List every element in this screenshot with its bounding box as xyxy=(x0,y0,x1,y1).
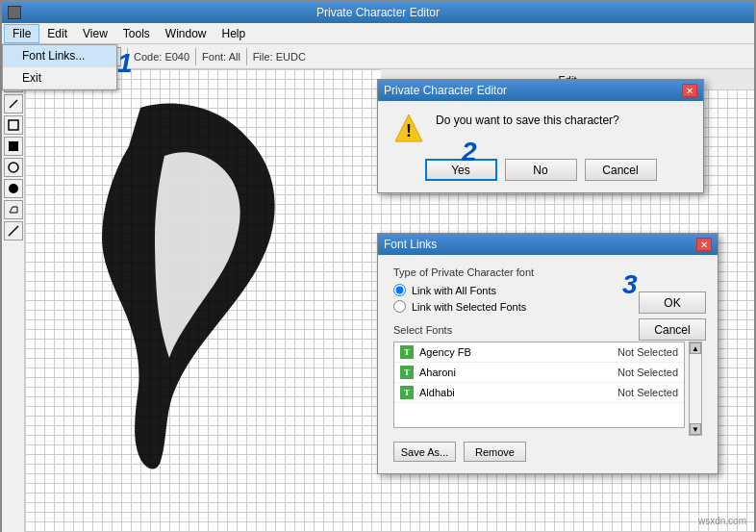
font-item-aldhabi[interactable]: T Aldhabi Not Selected xyxy=(394,383,684,403)
font-name-aharoni: Aharoni xyxy=(419,367,617,378)
scroll-up[interactable]: ▲ xyxy=(690,342,701,354)
rect-fill-tool[interactable] xyxy=(4,137,23,156)
save-remove-row: Save As... Remove xyxy=(393,442,702,462)
save-cancel-button[interactable]: Cancel xyxy=(585,159,657,181)
rect-outline-tool[interactable] xyxy=(4,115,23,135)
font-links-title: Font Links xyxy=(384,238,437,251)
svg-rect-2 xyxy=(9,141,18,151)
font-links-titlebar: Font Links ✕ xyxy=(378,234,718,255)
app-icon xyxy=(8,6,21,19)
warning-icon: ! xyxy=(393,113,424,143)
save-dialog-buttons: Yes No Cancel xyxy=(393,159,688,181)
menu-view[interactable]: View xyxy=(75,25,115,42)
save-dialog-title: Private Character Editor xyxy=(384,84,507,97)
radio-selected-fonts-input[interactable] xyxy=(393,300,406,313)
font-links-dialog: Font Links ✕ Type of Private Character f… xyxy=(377,233,718,474)
save-dialog-content: ! Do you want to save this character? Ye… xyxy=(378,101,703,192)
toolbar-separator-2 xyxy=(195,48,196,65)
menu-window[interactable]: Window xyxy=(158,25,214,42)
fonts-scrollbar[interactable]: ▲ ▼ xyxy=(689,342,702,436)
toolbar-separator-1 xyxy=(127,48,128,65)
font-name-aldhabi: Aldhabi xyxy=(419,387,617,398)
save-character-dialog: Private Character Editor ✕ ! Do you want… xyxy=(377,79,704,193)
font-label: Font: All xyxy=(202,51,240,63)
save-as-button[interactable]: Save As... xyxy=(393,442,456,462)
save-dialog-close[interactable]: ✕ xyxy=(682,84,697,97)
radio-all-fonts-input[interactable] xyxy=(393,284,406,296)
menu-tools[interactable]: Tools xyxy=(115,25,158,42)
menu-edit[interactable]: Edit xyxy=(39,25,75,42)
eraser-tool[interactable] xyxy=(4,200,23,219)
svg-text:!: ! xyxy=(406,121,412,140)
svg-point-4 xyxy=(9,184,18,193)
file-dropdown-menu: Font Links... Exit xyxy=(2,44,117,90)
font-links-cancel-button[interactable]: Cancel xyxy=(639,318,706,341)
file-label: File: EUDC xyxy=(253,51,306,63)
font-links-close[interactable]: ✕ xyxy=(696,238,712,251)
fonts-list[interactable]: T Agency FB Not Selected T Aharoni Not S… xyxy=(393,342,685,428)
remove-button[interactable]: Remove xyxy=(464,442,526,462)
save-dialog-message: Do you want to save this character? xyxy=(436,113,619,129)
radio-all-fonts-label: Link with All Fonts xyxy=(412,285,496,296)
menu-file[interactable]: File xyxy=(4,24,39,43)
save-no-button[interactable]: No xyxy=(505,159,577,181)
svg-point-3 xyxy=(9,163,18,172)
main-title: Private Character Editor xyxy=(316,6,440,19)
font-status-aharoni: Not Selected xyxy=(617,367,678,378)
svg-line-6 xyxy=(9,226,18,236)
menu-font-links[interactable]: Font Links... xyxy=(3,45,116,67)
line-tool[interactable] xyxy=(4,221,23,241)
font-links-ok-button[interactable]: OK xyxy=(639,291,706,314)
ellipse-fill-tool[interactable] xyxy=(4,179,23,198)
font-item-aharoni[interactable]: T Aharoni Not Selected xyxy=(394,363,684,383)
svg-rect-1 xyxy=(9,120,18,130)
left-toolbar xyxy=(2,69,25,532)
save-dialog-titlebar: Private Character Editor ✕ xyxy=(378,80,703,101)
font-links-body: Type of Private Character font Link with… xyxy=(378,255,718,473)
font-status-agency: Not Selected xyxy=(617,346,678,358)
font-icon-agency: T xyxy=(400,345,414,359)
main-window: Private Character Editor File Edit View … xyxy=(0,0,756,532)
type-label: Type of Private Character font xyxy=(393,266,702,278)
menu-exit[interactable]: Exit xyxy=(3,67,116,89)
ellipse-outline-tool[interactable] xyxy=(4,158,23,177)
character-svg xyxy=(25,69,381,532)
menu-bar: File Edit View Tools Window Help xyxy=(2,23,754,44)
font-name-agency: Agency FB xyxy=(419,346,617,358)
main-title-bar: Private Character Editor xyxy=(2,2,754,23)
font-status-aldhabi: Not Selected xyxy=(617,387,678,398)
svg-marker-5 xyxy=(10,207,17,213)
save-dialog-body: ! Do you want to save this character? xyxy=(393,113,688,143)
menu-help[interactable]: Help xyxy=(214,25,254,42)
font-icon-aldhabi: T xyxy=(400,386,414,399)
save-yes-button[interactable]: Yes xyxy=(425,159,497,181)
font-icon-aharoni: T xyxy=(400,366,414,379)
svg-line-0 xyxy=(10,100,17,108)
radio-selected-fonts-label: Link with Selected Fonts xyxy=(412,301,526,313)
code-label: Code: E040 xyxy=(134,51,189,63)
font-item-agency[interactable]: T Agency FB Not Selected xyxy=(394,342,684,363)
watermark: wsxdn.com xyxy=(698,516,746,526)
scroll-down[interactable]: ▼ xyxy=(690,423,701,435)
toolbar-separator-3 xyxy=(246,48,247,65)
pencil-tool[interactable] xyxy=(4,94,23,114)
